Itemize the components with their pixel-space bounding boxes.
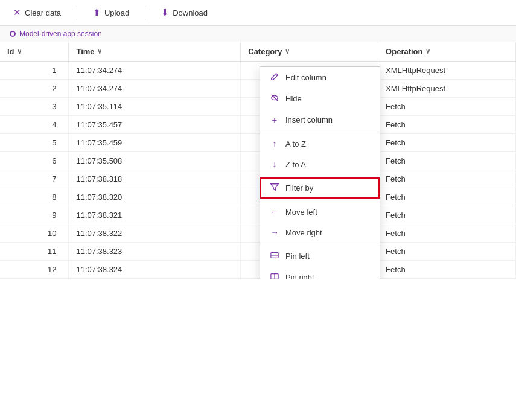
cell-id: 12 [0,261,69,279]
cell-operation: Fetch [378,116,516,134]
cell-operation: Fetch [378,206,516,224]
insert-column-label: Insert column [285,115,333,124]
download-icon: ⬇ [161,7,169,18]
session-dot-icon [10,31,16,37]
cell-id: 7 [0,170,69,188]
menu-item-pin-left[interactable]: Pin left [260,246,380,267]
toolbar: ✕ Clear data ⬆ Upload ⬇ Download [0,0,516,26]
cell-operation: XMLHttpRequest [378,62,516,80]
cell-id: 8 [0,188,69,206]
svg-marker-2 [271,184,278,191]
cell-id: 1 [0,62,69,80]
cell-operation: Fetch [378,170,516,188]
id-sort-icon: ∨ [17,48,22,56]
table-row: 6 11:07:35.508 Fetch [0,152,516,170]
table-header-row: Id ∨ Time ∨ Category ∨ [0,42,516,62]
clear-data-label: Clear data [25,8,61,18]
table-row: 10 11:07:38.322 Fetch [0,224,516,243]
edit-column-label: Edit column [285,73,326,82]
table-row: 7 11:07:38.318 Fetch [0,170,516,188]
cell-operation: Fetch [378,188,516,206]
pin-right-icon [270,272,279,279]
cell-time: 11:07:38.322 [69,224,241,243]
z-to-a-icon: ↓ [270,159,279,169]
category-sort-icon: ∨ [285,48,290,56]
filter-by-icon [270,183,279,193]
col-header-time[interactable]: Time ∨ [69,42,241,62]
table-row: 2 11:07:34.274 XMLHttpRequest [0,80,516,98]
menu-item-move-right[interactable]: →Move right [260,222,380,243]
menu-item-a-to-z[interactable]: ↑A to Z [260,133,380,154]
session-bar: Model-driven app session [0,26,516,42]
menu-item-move-left[interactable]: ←Move left [260,202,380,222]
divider-1 [77,5,77,20]
cell-time: 11:07:35.459 [69,134,241,152]
pin-left-icon [270,251,279,261]
cell-time: 11:07:38.321 [69,206,241,224]
upload-icon: ⬆ [93,7,101,18]
cell-id: 9 [0,206,69,224]
cell-id: 2 [0,80,69,98]
hide-label: Hide [285,94,302,103]
table-row: 5 11:07:35.459 Fetch [0,134,516,152]
cell-operation: Fetch [378,224,516,243]
menu-item-hide[interactable]: Hide [260,88,380,109]
time-sort-icon: ∨ [97,48,102,56]
pin-left-label: Pin left [285,252,310,261]
cell-operation: Fetch [378,243,516,261]
cell-time: 11:07:34.274 [69,62,241,80]
cell-time: 11:07:34.274 [69,80,241,98]
move-right-icon: → [270,228,279,237]
edit-column-icon [270,72,279,83]
cell-id: 4 [0,116,69,134]
menu-divider [260,132,380,132]
cell-time: 11:07:35.114 [69,98,241,116]
table-row: 1 11:07:34.274 XMLHttpRequest [0,62,516,80]
table-row: 4 11:07:35.457 Fetch [0,116,516,134]
cell-time: 11:07:38.320 [69,188,241,206]
col-header-id[interactable]: Id ∨ [0,42,69,62]
col-header-category[interactable]: Category ∨ [241,42,378,62]
move-left-label: Move left [285,208,317,217]
cell-operation: Fetch [378,261,516,279]
cell-operation: Fetch [378,134,516,152]
cell-operation: Fetch [378,98,516,116]
cell-time: 11:07:38.324 [69,261,241,279]
menu-item-edit-column[interactable]: Edit column [260,67,380,88]
a-to-z-icon: ↑ [270,139,279,148]
menu-divider [260,200,380,200]
menu-divider [260,176,380,176]
cell-operation: Fetch [378,152,516,170]
operation-sort-icon: ∨ [425,48,430,56]
menu-divider [260,244,380,244]
upload-label: Upload [104,8,129,18]
table-row: 8 11:07:38.320 Fetch [0,188,516,206]
table-row: 12 11:07:38.324 Fetch [0,261,516,279]
upload-button[interactable]: ⬆ Upload [89,5,133,21]
table-container: Id ∨ Time ∨ Category ∨ [0,42,516,279]
menu-item-z-to-a[interactable]: ↓Z to A [260,154,380,174]
a-to-z-label: A to Z [285,139,306,148]
download-label: Download [173,8,208,18]
z-to-a-label: Z to A [285,160,306,169]
cell-time: 11:07:38.318 [69,170,241,188]
clear-data-button[interactable]: ✕ Clear data [10,5,65,21]
cell-time: 11:07:35.508 [69,152,241,170]
move-left-icon: ← [270,207,279,217]
filter-by-label: Filter by [285,183,313,192]
data-table: Id ∨ Time ∨ Category ∨ [0,42,516,279]
menu-item-insert-column[interactable]: +Insert column [260,109,380,130]
cell-id: 10 [0,224,69,243]
cell-operation: XMLHttpRequest [378,80,516,98]
column-context-menu: Edit columnHide+Insert column↑A to Z↓Z t… [260,66,380,279]
divider-2 [145,5,145,20]
menu-item-pin-right[interactable]: Pin right [260,267,380,279]
insert-column-icon: + [270,115,279,125]
menu-item-filter-by[interactable]: Filter by [260,177,380,199]
cell-id: 11 [0,243,69,261]
table-row: 3 11:07:35.114 Fetch [0,98,516,116]
move-right-label: Move right [285,228,322,237]
col-header-operation[interactable]: Operation ∨ [378,42,516,62]
download-button[interactable]: ⬇ Download [158,5,211,21]
hide-icon [270,94,279,104]
